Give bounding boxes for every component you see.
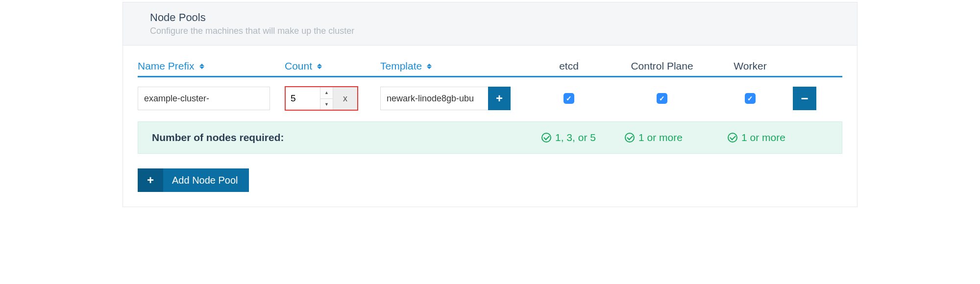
name-prefix-input[interactable] bbox=[138, 87, 270, 110]
remove-pool-button[interactable]: − bbox=[793, 87, 816, 110]
cell-count: ▲ ▼ x bbox=[285, 86, 380, 111]
cell-etcd: ✓ bbox=[527, 93, 611, 104]
req-worker: 1 or more bbox=[728, 132, 816, 143]
sort-icon bbox=[199, 64, 204, 69]
add-node-pool-label: Add Node Pool bbox=[172, 175, 238, 186]
cell-control-plane: ✓ bbox=[611, 93, 713, 104]
check-circle-icon bbox=[728, 133, 737, 142]
col-header-label: Name Prefix bbox=[138, 60, 195, 72]
panel-title: Node Pools bbox=[150, 11, 830, 24]
nodepool-table: Name Prefix Count Template etcd Control … bbox=[138, 60, 842, 154]
col-header-worker: Worker bbox=[713, 60, 787, 72]
check-icon: ✓ bbox=[566, 95, 572, 102]
col-header-label: Template bbox=[380, 60, 422, 72]
close-icon: x bbox=[343, 94, 347, 104]
table-header-row: Name Prefix Count Template etcd Control … bbox=[138, 60, 842, 77]
stepper-up-icon[interactable]: ▲ bbox=[320, 87, 333, 99]
minus-icon: − bbox=[801, 91, 808, 106]
control-plane-checkbox[interactable]: ✓ bbox=[657, 93, 667, 104]
col-header-name-prefix[interactable]: Name Prefix bbox=[138, 60, 285, 72]
sort-icon bbox=[427, 64, 432, 69]
plus-icon: + bbox=[496, 92, 503, 105]
col-header-label: Count bbox=[285, 60, 312, 72]
check-icon: ✓ bbox=[659, 95, 665, 102]
col-header-count[interactable]: Count bbox=[285, 60, 380, 72]
worker-checkbox[interactable]: ✓ bbox=[745, 93, 756, 104]
template-group: + bbox=[380, 87, 511, 110]
table-row: ▲ ▼ x + bbox=[138, 77, 842, 119]
add-node-pool-button[interactable]: + Add Node Pool bbox=[138, 168, 249, 192]
panel-body: Name Prefix Count Template etcd Control … bbox=[123, 46, 857, 207]
col-header-label: Control Plane bbox=[631, 60, 693, 72]
add-template-button[interactable]: + bbox=[488, 87, 511, 110]
template-input[interactable] bbox=[380, 87, 488, 110]
cell-worker: ✓ bbox=[713, 93, 787, 104]
panel-header: Node Pools Configure the machines that w… bbox=[123, 2, 857, 46]
count-clear-button[interactable]: x bbox=[333, 87, 357, 110]
col-header-label: etcd bbox=[559, 60, 579, 72]
req-cp-text: 1 or more bbox=[638, 132, 683, 143]
col-header-template[interactable]: Template bbox=[380, 60, 527, 72]
req-control-plane: 1 or more bbox=[625, 132, 728, 143]
check-icon: ✓ bbox=[747, 95, 753, 102]
summary-row: Number of nodes required: 1, 3, or 5 1 o… bbox=[138, 121, 842, 154]
summary-label: Number of nodes required: bbox=[152, 132, 541, 143]
sort-icon bbox=[317, 64, 322, 69]
cell-template: + bbox=[380, 87, 527, 110]
col-header-etcd: etcd bbox=[527, 60, 611, 72]
stepper-down-icon[interactable]: ▼ bbox=[320, 99, 333, 110]
plus-icon: + bbox=[138, 168, 163, 192]
node-pools-panel: Node Pools Configure the machines that w… bbox=[122, 2, 858, 207]
col-header-control-plane: Control Plane bbox=[611, 60, 713, 72]
count-input[interactable] bbox=[286, 87, 320, 110]
panel-subtitle: Configure the machines that will make up… bbox=[150, 26, 830, 36]
etcd-checkbox[interactable]: ✓ bbox=[564, 93, 574, 104]
count-group: ▲ ▼ x bbox=[285, 86, 358, 111]
req-etcd-text: 1, 3, or 5 bbox=[555, 132, 596, 143]
cell-name-prefix bbox=[138, 87, 285, 110]
check-circle-icon bbox=[541, 133, 551, 142]
cell-action: − bbox=[787, 87, 816, 110]
count-stepper: ▲ ▼ bbox=[320, 87, 333, 110]
req-worker-text: 1 or more bbox=[741, 132, 785, 143]
col-header-label: Worker bbox=[734, 60, 766, 72]
check-circle-icon bbox=[625, 133, 635, 142]
req-etcd: 1, 3, or 5 bbox=[541, 132, 625, 143]
